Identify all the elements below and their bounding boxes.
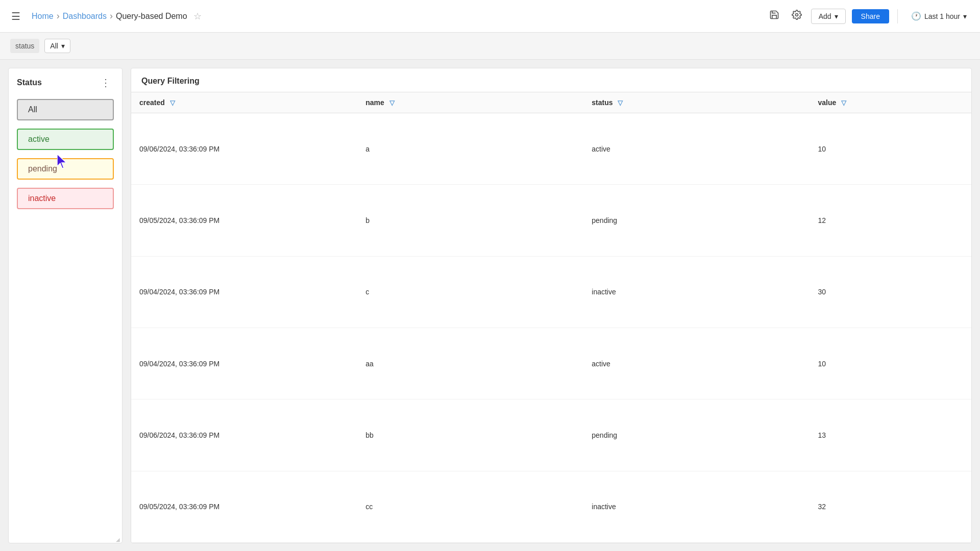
filterbar: status All ▾ bbox=[0, 33, 980, 60]
topbar-icons: Add ▾ Share 🕐 Last 1 hour ▾ bbox=[766, 7, 972, 26]
settings-button[interactable] bbox=[789, 7, 805, 26]
filter-status-label: status bbox=[10, 39, 39, 53]
cell-status-4: pending bbox=[583, 399, 810, 471]
topbar-divider bbox=[897, 9, 898, 23]
resize-handle[interactable]: ◢ bbox=[116, 537, 122, 543]
query-table: created ▽ name ▽ status ▽ value ▽ bbox=[131, 92, 971, 543]
table-row: 09/06/2024, 03:36:09 PMaactive10 bbox=[131, 113, 971, 185]
cell-name-3: aa bbox=[357, 328, 583, 399]
status-all-button[interactable]: All bbox=[17, 99, 114, 120]
query-panel: Query Filtering created ▽ name ▽ status … bbox=[131, 68, 972, 543]
table-row: 09/05/2024, 03:36:09 PMccinactive32 bbox=[131, 471, 971, 542]
col-header-name[interactable]: name ▽ bbox=[357, 92, 583, 113]
cell-value-5: 32 bbox=[810, 471, 971, 542]
col-header-value[interactable]: value ▽ bbox=[810, 92, 971, 113]
cell-status-3: active bbox=[583, 328, 810, 399]
status-panel-header: Status ⋮ bbox=[9, 68, 122, 93]
status-panel-menu-button[interactable]: ⋮ bbox=[97, 77, 114, 89]
breadcrumb-sep-2: › bbox=[110, 11, 113, 21]
breadcrumb-dashboards[interactable]: Dashboards bbox=[63, 12, 107, 21]
cell-created-2: 09/04/2024, 03:36:09 PM bbox=[131, 256, 357, 328]
cell-name-5: cc bbox=[357, 471, 583, 542]
time-range-button[interactable]: 🕐 Last 1 hour ▾ bbox=[906, 8, 972, 24]
cell-value-0: 10 bbox=[810, 113, 971, 185]
breadcrumb: Home › Dashboards › Query-based Demo ☆ bbox=[32, 11, 202, 22]
cell-name-2: c bbox=[357, 256, 583, 328]
created-filter-icon[interactable]: ▽ bbox=[170, 99, 175, 107]
filter-all-dropdown[interactable]: All ▾ bbox=[44, 39, 70, 53]
col-header-created[interactable]: created ▽ bbox=[131, 92, 357, 113]
main-content: Status ⋮ All active pending inactive ◢ Q… bbox=[0, 60, 980, 551]
cell-name-0: a bbox=[357, 113, 583, 185]
cell-created-1: 09/05/2024, 03:36:09 PM bbox=[131, 185, 357, 256]
table-row: 09/05/2024, 03:36:09 PMbpending12 bbox=[131, 185, 971, 256]
value-filter-icon[interactable]: ▽ bbox=[841, 99, 846, 107]
status-panel: Status ⋮ All active pending inactive ◢ bbox=[8, 68, 122, 543]
status-active-button[interactable]: active bbox=[17, 129, 114, 150]
table-row: 09/04/2024, 03:36:09 PMcinactive30 bbox=[131, 256, 971, 328]
cell-status-2: inactive bbox=[583, 256, 810, 328]
table-row: 09/06/2024, 03:36:09 PMbbpending13 bbox=[131, 399, 971, 471]
status-panel-title: Status bbox=[17, 78, 42, 87]
cell-created-0: 09/06/2024, 03:36:09 PM bbox=[131, 113, 357, 185]
cell-value-3: 10 bbox=[810, 328, 971, 399]
cell-name-1: b bbox=[357, 185, 583, 256]
menu-icon[interactable]: ☰ bbox=[8, 7, 23, 26]
topbar: ☰ Home › Dashboards › Query-based Demo ☆… bbox=[0, 0, 980, 33]
clock-icon: 🕐 bbox=[911, 11, 921, 21]
cell-value-1: 12 bbox=[810, 185, 971, 256]
status-buttons: All active pending inactive bbox=[9, 93, 122, 215]
cell-value-2: 30 bbox=[810, 256, 971, 328]
breadcrumb-current: Query-based Demo bbox=[116, 12, 187, 21]
status-inactive-button[interactable]: inactive bbox=[17, 188, 114, 209]
table-body: 09/06/2024, 03:36:09 PMaactive1009/05/20… bbox=[131, 113, 971, 543]
breadcrumb-home[interactable]: Home bbox=[32, 12, 54, 21]
cell-status-0: active bbox=[583, 113, 810, 185]
table-row: 09/04/2024, 03:36:09 PMaaactive10 bbox=[131, 328, 971, 399]
add-button[interactable]: Add ▾ bbox=[811, 9, 846, 24]
share-button[interactable]: Share bbox=[852, 9, 889, 23]
cell-status-5: inactive bbox=[583, 471, 810, 542]
name-filter-icon[interactable]: ▽ bbox=[389, 99, 395, 107]
cell-created-4: 09/06/2024, 03:36:09 PM bbox=[131, 399, 357, 471]
status-filter-icon[interactable]: ▽ bbox=[618, 99, 623, 107]
star-icon[interactable]: ☆ bbox=[193, 11, 202, 22]
table-header: created ▽ name ▽ status ▽ value ▽ bbox=[131, 92, 971, 113]
cell-status-1: pending bbox=[583, 185, 810, 256]
cell-created-3: 09/04/2024, 03:36:09 PM bbox=[131, 328, 357, 399]
save-button[interactable] bbox=[766, 7, 782, 26]
breadcrumb-sep-1: › bbox=[57, 11, 60, 21]
cell-value-4: 13 bbox=[810, 399, 971, 471]
status-pending-button[interactable]: pending bbox=[17, 158, 114, 180]
query-panel-title: Query Filtering bbox=[131, 68, 971, 92]
svg-point-0 bbox=[795, 14, 798, 16]
col-header-status[interactable]: status ▽ bbox=[583, 92, 810, 113]
cell-created-5: 09/05/2024, 03:36:09 PM bbox=[131, 471, 357, 542]
cell-name-4: bb bbox=[357, 399, 583, 471]
